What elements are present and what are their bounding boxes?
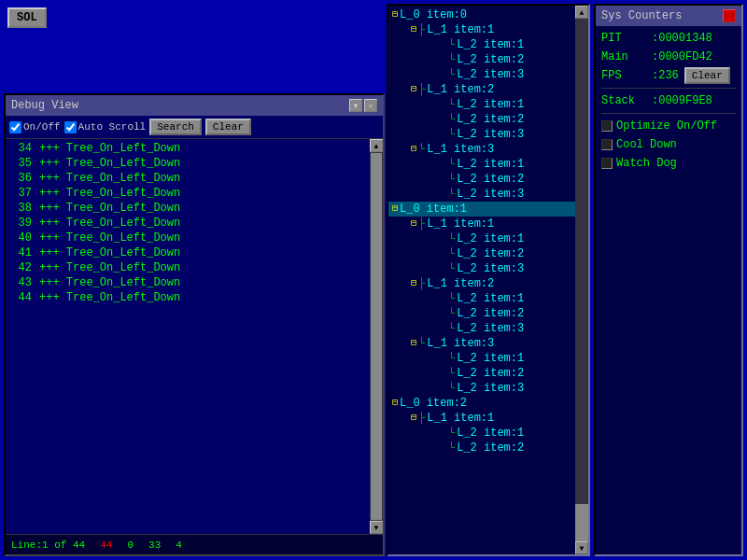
list-item[interactable]: └L_2 item:2 xyxy=(388,112,575,127)
watchdog-label: Watch Dog xyxy=(616,155,677,172)
tree-connector: └ xyxy=(448,67,455,82)
list-item[interactable]: ⊟├L_1 item:2 xyxy=(388,276,575,291)
debug-close-button[interactable]: ✕ xyxy=(364,99,377,112)
watchdog-checkbox[interactable] xyxy=(601,158,613,169)
scroll-thumb[interactable] xyxy=(371,153,382,520)
cooldown-row: Cool Down xyxy=(601,136,736,153)
tree-connector: └ xyxy=(448,321,455,336)
scroll-down-arrow[interactable]: ▼ xyxy=(370,521,383,534)
line-content: +++ Tree_On_Left_Down xyxy=(39,216,180,231)
debug-minimize-button[interactable]: ▼ xyxy=(349,99,362,112)
tree-scroll-up[interactable]: ▲ xyxy=(575,6,588,19)
list-item[interactable]: ⊟L_0 item:2 xyxy=(388,396,575,411)
list-item[interactable]: ⊟L_0 item:1 xyxy=(388,202,575,217)
pit-row: PIT :00001348 xyxy=(601,30,736,47)
tree-item-label: L_2 item:3 xyxy=(457,261,524,276)
tree-item-label: L_0 item:1 xyxy=(400,202,467,217)
list-item[interactable]: ⊟├L_1 item:1 xyxy=(388,411,575,426)
list-item[interactable]: └L_2 item:2 xyxy=(388,172,575,187)
tree-item-label: L_2 item:2 xyxy=(457,112,524,127)
tree-scroll-thumb[interactable] xyxy=(575,504,588,541)
tree-item-label: L_1 item:1 xyxy=(427,22,494,37)
line-number: 38 xyxy=(9,201,32,216)
tree-connector: └ xyxy=(448,426,455,441)
tree-item-label: L_2 item:1 xyxy=(457,157,524,172)
list-item[interactable]: └L_2 item:1 xyxy=(388,291,575,306)
tree-expand-icon[interactable]: ⊟ xyxy=(411,217,416,231)
table-row: 36 +++ Tree_On_Left_Down xyxy=(9,171,366,186)
tree-connector: └ xyxy=(448,37,455,52)
tree-expand-icon[interactable]: ⊟ xyxy=(411,336,416,351)
list-item[interactable]: └L_2 item:1 xyxy=(388,157,575,172)
list-item[interactable]: ⊟├L_1 item:1 xyxy=(388,217,575,231)
list-item[interactable]: └L_2 item:1 xyxy=(388,426,575,441)
debug-lines[interactable]: 34 +++ Tree_On_Left_Down 35 +++ Tree_On_… xyxy=(6,139,370,534)
stack-row: Stack :0009F9E8 xyxy=(601,92,736,109)
tree-panel: ⊟L_0 item:0⊟├L_1 item:1└L_2 item:1└L_2 i… xyxy=(387,4,590,556)
list-item[interactable]: ⊟└L_1 item:3 xyxy=(388,142,575,157)
cooldown-checkbox[interactable] xyxy=(601,139,613,150)
tree-connector: └ xyxy=(448,187,455,202)
debug-toolbar: On/Off Auto Scroll Search Clear xyxy=(6,116,383,139)
list-item[interactable]: └L_2 item:3 xyxy=(388,67,575,82)
optimize-row: Optimize On/Off xyxy=(601,118,736,134)
tree-scroll-track[interactable] xyxy=(575,19,588,541)
list-item[interactable]: └L_2 item:1 xyxy=(388,351,575,366)
optimize-checkbox[interactable] xyxy=(601,120,613,132)
fps-clear-button[interactable]: Clear xyxy=(684,67,730,84)
list-item[interactable]: └L_2 item:3 xyxy=(388,127,575,142)
tree-connector: └ xyxy=(448,381,455,396)
list-item[interactable]: └L_2 item:1 xyxy=(388,37,575,52)
list-item[interactable]: └L_2 item:2 xyxy=(388,246,575,261)
line-content: +++ Tree_On_Left_Down xyxy=(39,231,180,245)
tree-item-label: L_2 item:3 xyxy=(457,127,524,142)
list-item[interactable]: └L_2 item:1 xyxy=(388,97,575,112)
tree-connector: └ xyxy=(448,172,455,187)
onoff-checkbox-container: On/Off xyxy=(9,121,61,133)
list-item[interactable]: ⊟└L_1 item:3 xyxy=(388,336,575,351)
tree-expand-icon[interactable]: ⊟ xyxy=(392,202,398,217)
tree-content[interactable]: ⊟L_0 item:0⊟├L_1 item:1└L_2 item:1└L_2 i… xyxy=(388,6,588,554)
list-item[interactable]: └L_2 item:3 xyxy=(388,321,575,336)
tree-connector: ├ xyxy=(418,82,425,97)
main-label: Main xyxy=(601,49,648,65)
tree-scrollbar: ▲ ▼ xyxy=(575,6,588,554)
list-item[interactable]: └L_2 item:3 xyxy=(388,381,575,396)
tree-item-label: L_1 item:1 xyxy=(427,411,494,426)
tree-expand-icon[interactable]: ⊟ xyxy=(411,411,416,426)
list-item[interactable]: └L_2 item:2 xyxy=(388,366,575,381)
list-item[interactable]: └L_2 item:1 xyxy=(388,231,575,246)
search-button[interactable]: Search xyxy=(149,119,202,135)
list-item[interactable]: └L_2 item:3 xyxy=(388,261,575,276)
list-item[interactable]: ⊟L_0 item:0 xyxy=(388,7,575,22)
tree-scroll-down[interactable]: ▼ xyxy=(575,541,588,554)
sol-button[interactable]: SOL xyxy=(7,7,47,28)
debug-scrollbar: ▲ ▼ xyxy=(370,139,383,534)
tree-expand-icon[interactable]: ⊟ xyxy=(411,142,416,157)
onoff-checkbox[interactable] xyxy=(9,121,21,133)
list-item[interactable]: └L_2 item:3 xyxy=(388,187,575,202)
list-item[interactable]: └L_2 item:2 xyxy=(388,52,575,67)
fps-label: FPS xyxy=(601,67,648,84)
tree-expand-icon[interactable]: ⊟ xyxy=(411,22,416,37)
scroll-up-arrow[interactable]: ▲ xyxy=(370,139,383,152)
table-row: 40 +++ Tree_On_Left_Down xyxy=(9,231,366,245)
status-count2: 0 xyxy=(127,539,134,551)
tree-expand-icon[interactable]: ⊟ xyxy=(411,276,416,291)
tree-connector: ├ xyxy=(418,217,425,231)
sys-close-button[interactable] xyxy=(723,9,736,22)
autoscroll-checkbox-container: Auto Scroll xyxy=(64,121,147,133)
table-row: 44 +++ Tree_On_Left_Down xyxy=(9,290,366,305)
tree-expand-icon[interactable]: ⊟ xyxy=(392,396,398,411)
onoff-label: On/Off xyxy=(23,121,61,133)
tree-expand-icon[interactable]: ⊟ xyxy=(392,7,398,22)
table-row: 34 +++ Tree_On_Left_Down xyxy=(9,141,366,156)
list-item[interactable]: ⊟├L_1 item:2 xyxy=(388,82,575,97)
tree-item-label: L_2 item:1 xyxy=(457,37,524,52)
list-item[interactable]: └L_2 item:2 xyxy=(388,306,575,321)
list-item[interactable]: ⊟├L_1 item:1 xyxy=(388,22,575,37)
clear-button[interactable]: Clear xyxy=(205,119,251,135)
list-item[interactable]: └L_2 item:2 xyxy=(388,441,575,455)
tree-expand-icon[interactable]: ⊟ xyxy=(411,82,416,97)
autoscroll-checkbox[interactable] xyxy=(64,121,77,133)
